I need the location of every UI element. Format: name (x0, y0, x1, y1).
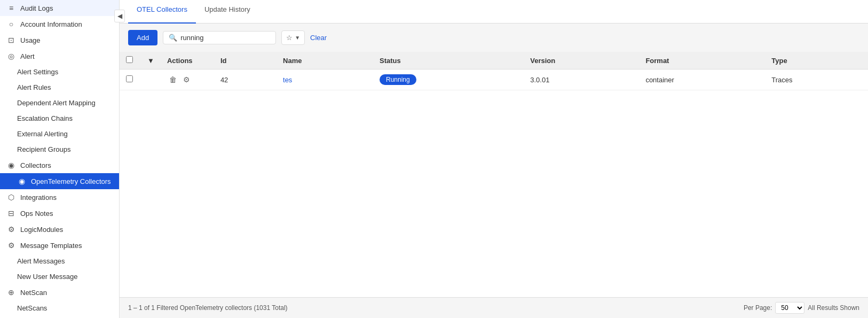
sidebar-item-netscans[interactable]: NetScans (0, 300, 119, 316)
sidebar-label-dependent-alert-mapping: Dependent Alert Mapping (17, 99, 96, 107)
sidebar-label-escalation-chains: Escalation Chains (17, 114, 73, 122)
sidebar-label-external-alerting: External Alerting (17, 130, 68, 138)
name-header[interactable]: Name (277, 52, 373, 69)
audit-logs-icon: ≡ (6, 4, 16, 12)
sidebar-item-message-templates[interactable]: ⚙Message Templates (0, 237, 119, 253)
table-header-row: ▼ Actions Id Name Status Version Format … (120, 52, 868, 69)
delete-icon[interactable]: 🗑 (167, 74, 179, 85)
per-page-select[interactable]: 50 25 100 (775, 302, 804, 314)
type-header[interactable]: Type (765, 52, 868, 69)
sidebar-item-alert-messages[interactable]: Alert Messages (0, 253, 119, 269)
row-type: Traces (765, 69, 868, 90)
account-information-icon: ○ (6, 20, 16, 28)
table-row: 🗑 ⚙ 42 tes Running 3.0.01 container Trac… (120, 69, 868, 90)
settings-icon[interactable]: ⚙ (181, 74, 192, 85)
sidebar-item-alert[interactable]: ◎Alert (0, 48, 119, 64)
sidebar-label-recipient-groups: Recipient Groups (17, 145, 70, 153)
chevron-down-icon: ▼ (295, 35, 300, 41)
version-header[interactable]: Version (524, 52, 639, 69)
status-header[interactable]: Status (373, 52, 524, 69)
usage-icon: ⊡ (6, 36, 16, 44)
sidebar-item-alert-settings[interactable]: Alert Settings (0, 64, 119, 80)
sidebar-item-dependent-alert-mapping[interactable]: Dependent Alert Mapping (0, 95, 119, 111)
integrations-icon: ⬡ (6, 193, 16, 201)
per-page-label: Per Page: (744, 304, 772, 312)
sidebar-item-logic-modules[interactable]: ⚙LogicModules (0, 221, 119, 237)
sidebar-label-logic-modules: LogicModules (20, 226, 63, 234)
main-content: OTEL CollectorsUpdate History Add 🔍 ☆ ▼ … (120, 0, 868, 318)
sidebar-item-audit-logs[interactable]: ≡Audit Logs (0, 0, 119, 16)
sidebar-item-new-user-message[interactable]: New User Message (0, 269, 119, 284)
sidebar-item-recipient-groups[interactable]: Recipient Groups (0, 142, 119, 157)
sidebar-item-alert-rules[interactable]: Alert Rules (0, 80, 119, 95)
sidebar-item-escalation-chains[interactable]: Escalation Chains (0, 111, 119, 126)
add-button[interactable]: Add (128, 30, 157, 45)
sidebar-label-collectors: Collectors (20, 161, 51, 169)
sidebar-item-opentelemetry-collectors[interactable]: ◉OpenTelemetry Collectors (0, 173, 119, 189)
sidebar-item-netscan[interactable]: ⊕NetScan (0, 284, 119, 300)
result-count: 1 – 1 of 1 Filtered OpenTelemetry collec… (128, 304, 288, 312)
sidebar-label-alert-rules: Alert Rules (17, 83, 51, 91)
tab-update-history[interactable]: Update History (196, 0, 259, 24)
row-version: 3.0.01 (524, 69, 639, 90)
row-actions: 🗑 ⚙ (161, 69, 214, 90)
data-table: ▼ Actions Id Name Status Version Format … (120, 52, 868, 297)
tabs-bar: OTEL CollectorsUpdate History (120, 0, 868, 24)
chevron-left-icon: ◀ (117, 12, 122, 20)
sidebar-collapse-button[interactable]: ◀ (114, 10, 125, 22)
search-container: 🔍 (163, 31, 276, 44)
format-header[interactable]: Format (639, 52, 765, 69)
per-page-control: Per Page: 50 25 100 All Results Shown (744, 302, 859, 314)
sidebar-item-unmonitored-resources[interactable]: Unmonitored Resources (0, 316, 119, 318)
ops-notes-icon: ⊟ (6, 209, 16, 218)
sidebar-label-usage: Usage (20, 36, 41, 44)
row-checkbox[interactable] (126, 75, 133, 82)
sidebar-label-alert-messages: Alert Messages (17, 257, 65, 265)
sidebar-item-usage[interactable]: ⊡Usage (0, 32, 119, 48)
row-checkbox-cell[interactable] (120, 69, 141, 90)
sidebar-label-account-information: Account Information (20, 20, 82, 28)
opentelemetry-collectors-icon: ◉ (17, 177, 27, 185)
row-status: Running (373, 69, 524, 90)
sidebar-label-ops-notes: Ops Notes (20, 210, 53, 218)
actions-header: Actions (161, 52, 214, 69)
sidebar-label-netscan: NetScan (20, 289, 47, 297)
sidebar-label-audit-logs: Audit Logs (20, 4, 53, 12)
search-input[interactable] (180, 34, 270, 42)
select-all-checkbox[interactable] (126, 56, 133, 63)
netscan-icon: ⊕ (6, 288, 16, 297)
toolbar: Add 🔍 ☆ ▼ Clear (120, 24, 868, 52)
row-sort-cell (141, 69, 161, 90)
sidebar-label-opentelemetry-collectors: OpenTelemetry Collectors (31, 177, 111, 185)
row-name: tes (277, 69, 373, 90)
sidebar-label-alert: Alert (20, 52, 35, 60)
sidebar-label-netscans: NetScans (17, 304, 47, 312)
sidebar-item-account-information[interactable]: ○Account Information (0, 16, 119, 32)
sidebar-label-integrations: Integrations (20, 193, 57, 201)
row-name-link[interactable]: tes (283, 76, 292, 84)
all-results-label: All Results Shown (808, 304, 859, 312)
tab-otel-collectors[interactable]: OTEL Collectors (128, 0, 196, 24)
favorite-filter-button[interactable]: ☆ ▼ (281, 30, 305, 45)
star-icon: ☆ (286, 34, 293, 42)
message-templates-icon: ⚙ (6, 241, 16, 250)
sidebar-item-ops-notes[interactable]: ⊟Ops Notes (0, 205, 119, 221)
sort-header[interactable]: ▼ (141, 52, 161, 69)
sidebar-label-alert-settings: Alert Settings (17, 68, 58, 76)
id-header[interactable]: Id (214, 52, 277, 69)
sidebar-item-integrations[interactable]: ⬡Integrations (0, 189, 119, 205)
sidebar-item-collectors[interactable]: ◉Collectors (0, 157, 119, 173)
sidebar: ≡Audit Logs○Account Information⊡Usage◎Al… (0, 0, 120, 318)
search-icon: 🔍 (169, 34, 177, 42)
row-id: 42 (214, 69, 277, 90)
logic-modules-icon: ⚙ (6, 225, 16, 234)
select-all-checkbox-header[interactable] (120, 52, 141, 69)
alert-icon: ◎ (6, 52, 16, 60)
row-format: container (639, 69, 765, 90)
table-footer: 1 – 1 of 1 Filtered OpenTelemetry collec… (120, 297, 868, 318)
sidebar-item-external-alerting[interactable]: External Alerting (0, 126, 119, 142)
collectors-icon: ◉ (6, 161, 16, 169)
sidebar-label-message-templates: Message Templates (20, 242, 82, 250)
clear-button[interactable]: Clear (310, 34, 327, 42)
sidebar-label-new-user-message: New User Message (17, 273, 77, 281)
